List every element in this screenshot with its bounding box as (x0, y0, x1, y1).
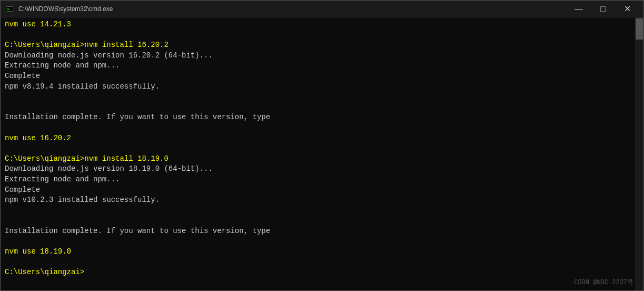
terminal-line: Downloading node.js version 18.19.0 (64-… (5, 164, 631, 174)
terminal-line (5, 30, 631, 41)
titlebar-icon (5, 4, 14, 14)
terminal-line: C:\Users\qiangzai> (5, 267, 631, 278)
terminal-line: npm v8.19.4 installed successfully. (5, 82, 631, 92)
terminal-line: Extracting node and npm... (5, 174, 631, 185)
terminal-line (5, 102, 631, 113)
maximize-button[interactable]: □ (591, 1, 615, 17)
terminal-line (5, 206, 631, 216)
svg-rect-3 (7, 9, 10, 9)
scrollbar-thumb[interactable] (636, 18, 643, 40)
terminal-line: npm v10.2.3 installed successfully. (5, 195, 631, 206)
scrollbar[interactable] (635, 17, 643, 290)
terminal-line (5, 92, 631, 102)
terminal-line: Installation complete. If you want to us… (5, 226, 631, 237)
content-area: nvm use 14.21.3 C:\Users\qiangzai>nvm in… (1, 17, 643, 290)
terminal-line: nvm use 16.20.2 (5, 133, 631, 144)
terminal-line (5, 143, 631, 154)
terminal-line (5, 236, 631, 247)
terminal-line: Installation complete. If you want to us… (5, 112, 631, 123)
terminal-line: nvm use 14.21.3 (5, 20, 631, 30)
terminal-line: Downloading node.js version 16.20.2 (64-… (5, 51, 631, 61)
window-title: C:\WINDOWS\system32\cmd.exe (18, 5, 567, 13)
terminal-line: C:\Users\qiangzai>nvm install 16.20.2 (5, 40, 631, 51)
close-button[interactable]: ✕ (615, 1, 639, 17)
window-controls: — □ ✕ (567, 1, 639, 17)
terminal-line: Complete (5, 71, 631, 82)
terminal-line: nvm use 18.19.0 (5, 247, 631, 257)
cmd-window: C:\WINDOWS\system32\cmd.exe — □ ✕ nvm us… (0, 0, 644, 291)
terminal-line: C:\Users\qiangzai>nvm install 18.19.0 (5, 154, 631, 164)
svg-rect-2 (7, 8, 9, 8)
terminal-line (5, 216, 631, 226)
minimize-button[interactable]: — (567, 1, 591, 17)
titlebar: C:\WINDOWS\system32\cmd.exe — □ ✕ (1, 1, 643, 17)
terminal-output[interactable]: nvm use 14.21.3 C:\Users\qiangzai>nvm in… (1, 17, 635, 290)
watermark: CSDN @NGC 2237号 (574, 278, 633, 287)
terminal-line (5, 123, 631, 133)
terminal-line: Extracting node and npm... (5, 61, 631, 71)
terminal-line: Complete (5, 185, 631, 196)
terminal-line (5, 257, 631, 268)
